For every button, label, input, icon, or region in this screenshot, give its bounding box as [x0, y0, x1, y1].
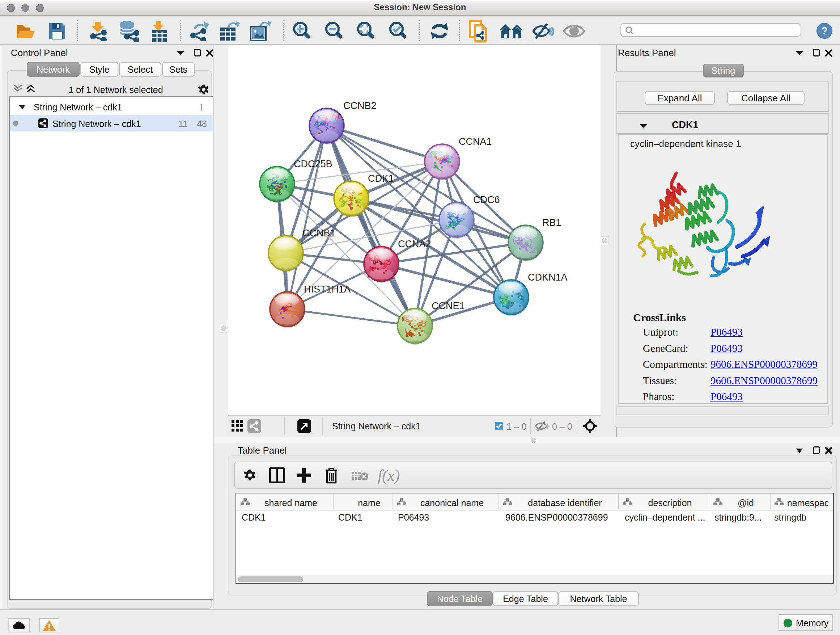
svg-text:CDC6: CDC6 — [473, 195, 500, 205]
svg-text:CCNA2: CCNA2 — [398, 239, 431, 249]
svg-text:CCNA1: CCNA1 — [459, 136, 492, 147]
svg-text:CDKN1A: CDKN1A — [528, 272, 568, 283]
svg-text:CCNB2: CCNB2 — [343, 100, 377, 111]
svg-text:RB1: RB1 — [542, 217, 561, 228]
svg-text:CCNB1: CCNB1 — [302, 228, 336, 239]
svg-text:CCNE1: CCNE1 — [431, 301, 465, 311]
svg-text:HIST1H1A: HIST1H1A — [304, 284, 351, 295]
svg-text:CDC25B: CDC25B — [294, 158, 332, 169]
svg-text:CDK1: CDK1 — [368, 173, 394, 184]
